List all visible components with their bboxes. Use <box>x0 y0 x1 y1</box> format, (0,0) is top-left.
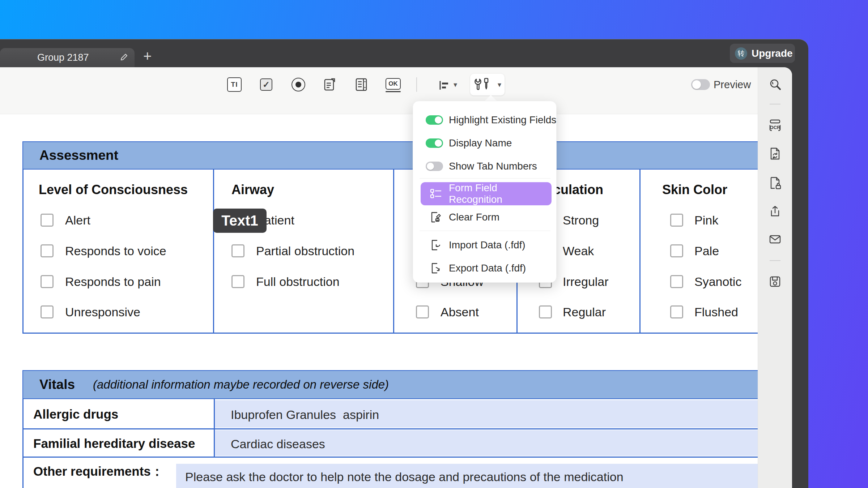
toggle-highlight-existing-fields[interactable] <box>426 115 443 125</box>
form-field-recognition-icon <box>430 188 442 199</box>
align-fields-tool[interactable] <box>437 78 451 93</box>
vitals-header-bar: Vitals (additional information maybe rec… <box>22 370 758 399</box>
menu-divider <box>420 231 550 231</box>
toolbar-divider <box>416 77 417 92</box>
list-box-tool[interactable] <box>353 77 369 93</box>
option-label: Pale <box>694 244 719 258</box>
option-label: Full obstruction <box>256 275 340 289</box>
checkbox-flushed[interactable] <box>670 305 683 318</box>
share-icon[interactable] <box>768 204 782 218</box>
table-border <box>22 428 758 429</box>
content-panel: TI ✓ <box>0 67 792 488</box>
preview-toggle[interactable] <box>691 79 710 90</box>
menu-item-export-data[interactable]: Export Data (.fdf) <box>449 262 526 274</box>
table-border <box>393 170 394 334</box>
form-more-tools-button[interactable]: ▾ <box>470 74 505 95</box>
radio-dot <box>295 82 301 87</box>
option-label: Responds to pain <box>65 275 161 289</box>
vitals-row-label: Allergic drugs <box>33 407 118 421</box>
column-header-airway: Airway <box>231 182 274 197</box>
option-label: Absent <box>441 305 479 319</box>
allergic-drugs-value[interactable]: Ibuprofen Granules aspirin <box>231 408 379 422</box>
preview-toggle-knob <box>692 80 701 89</box>
preview-label: Preview <box>714 79 751 91</box>
menu-item-label: Form Field Recognition <box>449 182 552 205</box>
clear-form-icon <box>430 211 442 223</box>
form-toolbar: TI ✓ <box>0 67 758 114</box>
table-border <box>22 457 758 458</box>
export-data-icon <box>430 262 442 274</box>
menu-item-clear-form[interactable]: Clear Form <box>449 211 499 223</box>
push-button-glyph: OK <box>388 80 398 87</box>
ocr-icon-label: OCR <box>770 125 780 130</box>
table-border <box>639 170 641 334</box>
menu-toggle-label[interactable]: Show Tab Numbers <box>449 160 537 172</box>
menu-toggle-label[interactable]: Highlight Existing Fields <box>449 114 556 126</box>
table-border <box>213 170 214 334</box>
familial-disease-value[interactable]: Cardiac diseases <box>231 437 325 451</box>
column-header-level-of-consciousness: Level of Consciousness <box>39 182 188 197</box>
document-tab[interactable]: Group 2187 <box>0 48 135 67</box>
checkbox-pink[interactable] <box>670 214 683 227</box>
ocr-icon[interactable]: OCR <box>768 119 782 132</box>
checkbox-regular[interactable] <box>539 305 552 318</box>
new-tab-button[interactable]: + <box>143 49 152 63</box>
convert-document-icon[interactable] <box>768 147 782 160</box>
option-label: Weak <box>563 244 594 258</box>
checkbox-responds-to-voice[interactable] <box>41 244 54 257</box>
form-field-name-badge[interactable]: Text1 <box>213 209 267 233</box>
toggle-display-name[interactable] <box>426 138 443 148</box>
checkbox-absent[interactable] <box>416 305 429 318</box>
text-field-tool[interactable]: TI <box>227 77 242 92</box>
upgrade-button[interactable]: 转 Upgrade <box>730 44 795 63</box>
push-button-base <box>386 91 401 92</box>
mail-icon[interactable] <box>768 232 782 246</box>
push-button-tool[interactable]: OK <box>386 78 401 90</box>
option-label: Irregular <box>563 275 609 289</box>
import-data-icon <box>430 239 442 251</box>
table-border <box>22 399 24 488</box>
vitals-note: (additional information maybe recorded o… <box>93 378 389 391</box>
rename-tab-icon[interactable] <box>119 52 129 62</box>
menu-item-form-field-recognition[interactable]: Form Field Recognition <box>421 182 552 205</box>
search-icon[interactable] <box>768 78 783 92</box>
option-label: Partial obstruction <box>256 244 354 258</box>
menu-divider <box>420 178 550 179</box>
other-requirements-value[interactable]: Please ask the doctor to help note the d… <box>185 470 624 484</box>
menu-item-import-data[interactable]: Import Data (.fdf) <box>449 239 526 251</box>
vitals-row-label: Other requirements： <box>33 463 163 480</box>
option-label: Strong <box>563 213 599 227</box>
checkbox-full-obstruction[interactable] <box>231 275 244 288</box>
option-label: Pink <box>694 213 718 227</box>
option-label: Unresponsive <box>65 305 140 319</box>
option-label: Responds to voice <box>65 244 166 258</box>
app-window: Group 2187 + 转 Upgrade TI ✓ <box>0 39 808 488</box>
checkbox-tool[interactable]: ✓ <box>260 78 272 91</box>
align-dropdown-caret[interactable]: ▾ <box>454 81 457 88</box>
text-field-tool-glyph: TI <box>231 81 238 89</box>
checkbox-unresponsive[interactable] <box>41 305 54 318</box>
checkbox-pale[interactable] <box>670 244 683 257</box>
toggle-show-tab-numbers[interactable] <box>426 162 443 171</box>
option-label: Alert <box>65 213 90 227</box>
checkbox-responds-to-pain[interactable] <box>41 275 54 288</box>
document-lock-icon[interactable] <box>768 176 782 190</box>
right-sidebar: OCR <box>758 67 792 488</box>
option-label: Regular <box>563 305 606 319</box>
checkbox-alert[interactable] <box>41 214 54 227</box>
save-icon[interactable] <box>768 275 782 288</box>
assessment-header-bar: Assessment <box>22 141 758 170</box>
checkbox-partial-obstruction[interactable] <box>231 244 244 257</box>
column-header-skin-color: Skin Color <box>662 182 727 197</box>
option-label: Syanotic <box>694 275 741 289</box>
combo-box-tool[interactable] <box>322 77 337 93</box>
tab-title: Group 2187 <box>37 52 89 63</box>
upgrade-badge-icon: 转 <box>735 47 747 60</box>
sidebar-divider <box>770 260 780 261</box>
radio-button-tool[interactable] <box>292 78 305 91</box>
tools-dropdown-caret: ▾ <box>498 81 501 88</box>
menu-toggle-label[interactable]: Display Name <box>449 137 512 149</box>
checkbox-syanotic[interactable] <box>670 275 683 288</box>
table-border <box>22 170 24 334</box>
vitals-row-label: Familial hereditary disease <box>33 436 195 451</box>
